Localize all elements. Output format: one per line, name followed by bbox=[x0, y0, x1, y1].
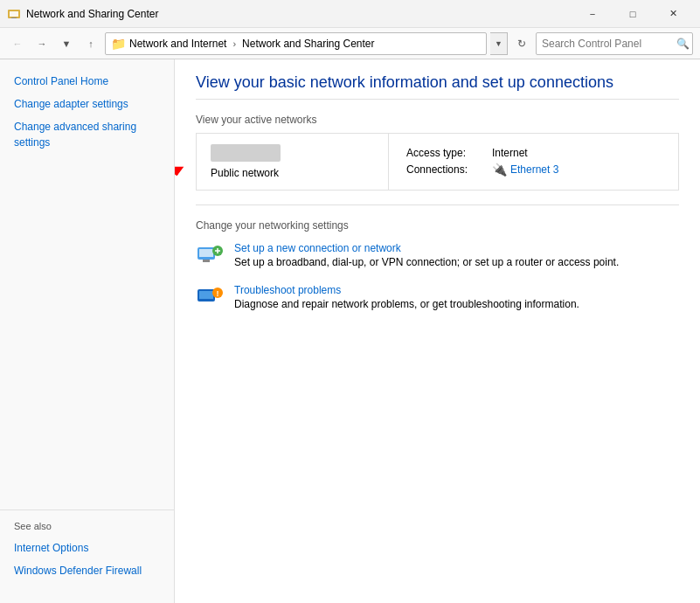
close-button[interactable]: ✕ bbox=[653, 0, 693, 28]
sidebar-internet-options[interactable]: Internet Options bbox=[14, 537, 160, 559]
setup-connection-action: Set up a new connection or network Set u… bbox=[196, 242, 679, 270]
page-title: View your basic network information and … bbox=[196, 73, 679, 100]
connections-row: Connections: 🔌 Ethernet 3 bbox=[406, 163, 558, 177]
sidebar-windows-defender[interactable]: Windows Defender Firewall bbox=[14, 559, 160, 582]
search-icon: 🔍 bbox=[676, 38, 690, 50]
setup-connection-icon bbox=[196, 242, 224, 270]
section-divider bbox=[196, 204, 679, 205]
search-input[interactable] bbox=[542, 38, 673, 50]
dropdown-recent-button[interactable]: ▼ bbox=[56, 33, 77, 54]
search-box[interactable]: 🔍 bbox=[536, 32, 693, 55]
refresh-button[interactable]: ↻ bbox=[511, 33, 532, 54]
minimize-button[interactable]: − bbox=[572, 0, 613, 28]
troubleshoot-link[interactable]: Troubleshoot problems bbox=[234, 284, 579, 296]
address-dropdown-button[interactable]: ▼ bbox=[490, 32, 508, 55]
svg-rect-7 bbox=[203, 260, 210, 262]
change-settings-label: Change your networking settings bbox=[196, 219, 679, 232]
maximize-button[interactable]: □ bbox=[613, 0, 653, 28]
setup-connection-desc: Set up a broadband, dial-up, or VPN conn… bbox=[234, 256, 619, 268]
title-bar: Network and Sharing Center − □ ✕ bbox=[0, 0, 700, 28]
troubleshoot-text: Troubleshoot problems Diagnose and repai… bbox=[234, 284, 579, 310]
address-bar: ← → ▼ ↑ 📁 Network and Internet › Network… bbox=[0, 28, 700, 59]
troubleshoot-icon-box: ! bbox=[196, 284, 224, 312]
ethernet-link[interactable]: 🔌 Ethernet 3 bbox=[492, 163, 558, 177]
svg-marker-4 bbox=[175, 167, 184, 175]
annotation-arrow bbox=[175, 135, 188, 178]
connections-label: Connections: bbox=[406, 163, 485, 176]
troubleshoot-icon: ! bbox=[196, 284, 224, 312]
sidebar-control-panel-home[interactable]: Control Panel Home bbox=[0, 70, 174, 93]
setup-connection-text: Set up a new connection or network Set u… bbox=[234, 242, 619, 268]
sidebar-change-advanced-sharing[interactable]: Change advanced sharing settings bbox=[0, 115, 174, 154]
setup-connection-link[interactable]: Set up a new connection or network bbox=[234, 242, 619, 254]
ethernet-link-text: Ethernet 3 bbox=[510, 163, 558, 176]
network-name: Public network bbox=[211, 167, 374, 179]
window-title: Network and Sharing Center bbox=[26, 8, 572, 20]
app-icon bbox=[7, 7, 21, 21]
svg-rect-6 bbox=[199, 249, 213, 257]
window-controls: − □ ✕ bbox=[572, 0, 693, 28]
breadcrumb-current[interactable]: Network and Sharing Center bbox=[242, 38, 374, 50]
up-button[interactable]: ↑ bbox=[80, 33, 101, 54]
breadcrumb-separator: › bbox=[232, 38, 236, 49]
main-layout: Control Panel Home Change adapter settin… bbox=[0, 59, 700, 603]
forward-button[interactable]: → bbox=[31, 33, 52, 54]
setup-connection-icon-box bbox=[196, 242, 224, 270]
see-also-label: See also bbox=[14, 521, 160, 531]
address-box[interactable]: 📁 Network and Internet › Network and Sha… bbox=[105, 32, 487, 55]
svg-text:!: ! bbox=[217, 289, 219, 298]
sidebar: Control Panel Home Change adapter settin… bbox=[0, 59, 175, 603]
network-plug-icon: 🔌 bbox=[492, 163, 507, 177]
network-right-panel: Access type: Internet Connections: 🔌 Eth… bbox=[389, 136, 576, 187]
back-button[interactable]: ← bbox=[7, 33, 28, 54]
svg-rect-12 bbox=[199, 291, 213, 299]
folder-icon: 📁 bbox=[111, 37, 126, 51]
sidebar-see-also: See also Internet Options Windows Defend… bbox=[0, 509, 174, 593]
access-type-row: Access type: Internet bbox=[406, 147, 558, 159]
network-left-panel: Public network bbox=[197, 134, 389, 190]
network-card: Public network Access type: Internet Con… bbox=[196, 133, 679, 191]
access-type-label: Access type: bbox=[406, 147, 485, 159]
svg-line-3 bbox=[175, 146, 177, 175]
svg-rect-2 bbox=[11, 17, 17, 18]
breadcrumb-root[interactable]: Network and Internet bbox=[129, 38, 226, 50]
sidebar-change-adapter-settings[interactable]: Change adapter settings bbox=[0, 93, 174, 115]
active-networks-label: View your active networks bbox=[196, 114, 679, 126]
content-area: View your basic network information and … bbox=[175, 59, 700, 603]
troubleshoot-desc: Diagnose and repair network problems, or… bbox=[234, 298, 579, 310]
network-thumbnail bbox=[211, 144, 281, 162]
troubleshoot-action: ! Troubleshoot problems Diagnose and rep… bbox=[196, 284, 679, 312]
access-type-value: Internet bbox=[492, 147, 528, 159]
svg-rect-1 bbox=[10, 11, 18, 17]
